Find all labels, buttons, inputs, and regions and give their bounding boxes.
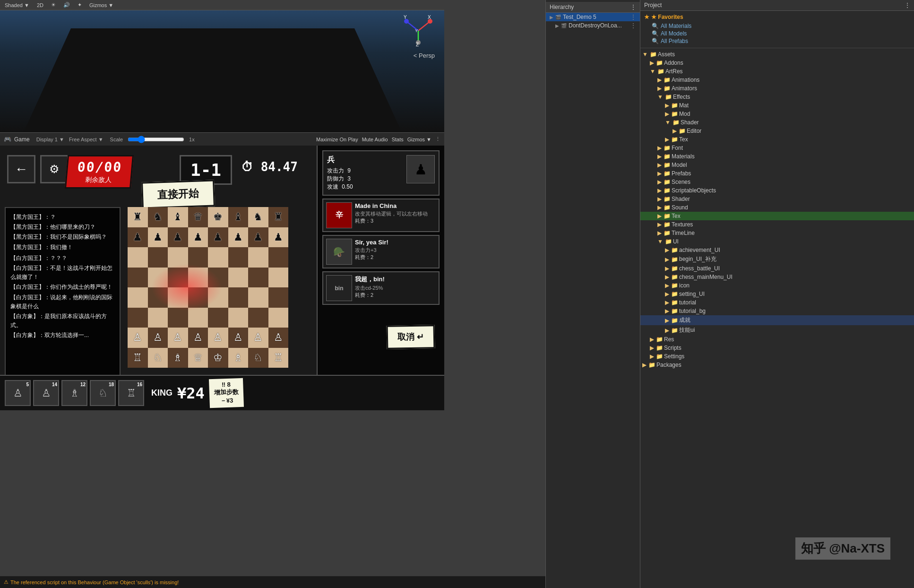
chess-cell-0-6[interactable]: ♞ — [248, 207, 268, 227]
tree-artres[interactable]: ▼ 📁 ArtRes — [640, 67, 914, 76]
hierarchy-more-testdemo[interactable]: ⋮ — [630, 14, 636, 20]
chess-cell-2-1[interactable] — [148, 247, 168, 268]
tree-sound[interactable]: ▶ 📁 Sound — [640, 203, 914, 212]
tree-scriptableobjects[interactable]: ▶ 📁 ScriptableObjects — [640, 186, 914, 195]
chess-cell-5-7[interactable] — [268, 308, 289, 328]
tree-scenes[interactable]: ▶ 📁 Scenes — [640, 178, 914, 186]
tree-animations[interactable]: ▶ 📁 Animations — [640, 76, 914, 84]
chess-cell-6-2[interactable]: ♙ — [168, 328, 188, 348]
chess-cell-2-5[interactable] — [228, 247, 249, 268]
scale-slider[interactable] — [128, 136, 184, 143]
chess-cell-3-1[interactable] — [148, 268, 168, 288]
chess-cell-0-7[interactable]: ♜ — [268, 207, 289, 227]
chess-cell-2-4[interactable] — [208, 247, 228, 268]
display-dropdown[interactable]: Display 1 ▼ — [36, 137, 64, 142]
fav-all-materials[interactable]: 🔍 All Materials — [644, 22, 910, 30]
tree-model[interactable]: ▶ 📁 Model — [640, 161, 914, 169]
chess-cell-3-6[interactable] — [248, 268, 268, 288]
game-tab-label[interactable]: Game — [14, 136, 30, 143]
chess-cell-2-3[interactable] — [188, 247, 208, 268]
chess-cell-2-0[interactable] — [128, 247, 148, 268]
2d-toggle[interactable]: 2D — [35, 2, 45, 8]
chess-cell-4-7[interactable] — [268, 287, 289, 308]
chess-cell-2-7[interactable] — [268, 247, 289, 268]
tree-icon[interactable]: ▶ 📁 icon — [640, 281, 914, 290]
start-button[interactable]: 直接开始 — [141, 180, 215, 208]
mute-audio[interactable]: Mute Audio — [362, 137, 388, 142]
chess-cell-7-5[interactable]: ♗ — [228, 348, 249, 368]
bottom-piece-4[interactable]: ♘ 18 — [90, 380, 116, 406]
tree-effects-mod[interactable]: ▶ 📁 Mod — [640, 110, 914, 118]
chess-cell-6-4[interactable]: ♙ — [208, 328, 228, 348]
tree-chess-battle-ui[interactable]: ▶ 📁 chess_battle_UI — [640, 264, 914, 273]
chess-cell-3-4[interactable] — [208, 268, 228, 288]
stats-btn[interactable]: Stats — [392, 137, 404, 142]
tree-effects-tex[interactable]: ▶ 📁 Tex — [640, 135, 914, 144]
chess-cell-4-2[interactable] — [168, 287, 188, 308]
tree-achievement-ui[interactable]: ▶ 📁 achievement_UI — [640, 246, 914, 254]
chess-cell-1-4[interactable]: ♟ — [208, 227, 228, 248]
chess-cell-7-4[interactable]: ♔ — [208, 348, 228, 368]
fx-toggle[interactable]: ✦ — [76, 2, 84, 8]
lighting-toggle[interactable]: ☀ — [49, 2, 58, 8]
tree-font[interactable]: ▶ 📁 Font — [640, 144, 914, 152]
chess-cell-7-3[interactable]: ♕ — [188, 348, 208, 368]
chess-cell-6-5[interactable]: ♙ — [228, 328, 249, 348]
chess-cell-6-7[interactable]: ♙ — [268, 328, 289, 348]
chess-cell-4-6[interactable] — [248, 287, 268, 308]
chess-cell-7-0[interactable]: ♖ — [128, 348, 148, 368]
chess-cell-4-3[interactable] — [188, 287, 208, 308]
skill-card-3[interactable]: bin 我超，bin! 攻击cd-25% 耗费：2 — [322, 271, 440, 305]
chess-cell-1-6[interactable]: ♟ — [248, 227, 268, 248]
chess-cell-3-5[interactable] — [228, 268, 249, 288]
chess-cell-7-1[interactable]: ♘ — [148, 348, 168, 368]
chess-cell-5-2[interactable] — [168, 308, 188, 328]
chess-cell-2-6[interactable] — [248, 247, 268, 268]
bottom-piece-3[interactable]: ♗ 12 — [61, 380, 87, 406]
chess-cell-3-3[interactable] — [188, 268, 208, 288]
back-button[interactable]: ← — [7, 155, 35, 183]
chess-cell-1-3[interactable]: ♟ — [188, 227, 208, 248]
game-more-btn[interactable]: ⋮ — [435, 136, 440, 142]
tree-setting-ui[interactable]: ▶ 📁 setting_UI — [640, 290, 914, 298]
chess-cell-5-1[interactable] — [148, 308, 168, 328]
chess-cell-1-2[interactable]: ♟ — [168, 227, 188, 248]
tree-tutorial-bg[interactable]: ▶ 📁 tutorial_bg — [640, 307, 914, 315]
project-more[interactable]: ⋮ — [905, 2, 910, 9]
audio-toggle[interactable]: 🔊 — [61, 2, 72, 8]
tree-tex[interactable]: ▶ 📁 Tex — [640, 212, 914, 220]
chess-cell-7-7[interactable]: ♖ — [268, 348, 289, 368]
hierarchy-item-dontdestroy[interactable]: ▶ 🎬 DontDestroyOnLoa... ⋮ — [546, 21, 640, 30]
tree-chess-main-ui[interactable]: ▶ 📁 chess_mainMenu_UI — [640, 273, 914, 281]
tree-packages[interactable]: ▶ 📁 Packages — [640, 361, 914, 369]
chess-cell-3-0[interactable] — [128, 268, 148, 288]
chess-cell-3-2[interactable] — [168, 268, 188, 288]
tree-addons[interactable]: ▶ 📁 Addons — [640, 59, 914, 67]
chess-cell-0-1[interactable]: ♞ — [148, 207, 168, 227]
chess-cell-1-7[interactable]: ♟ — [268, 227, 289, 248]
tree-timeline[interactable]: ▶ 📁 TimeLine — [640, 229, 914, 237]
skill-card-2[interactable]: 🪖 Sir, yea Sir! 攻击力+3 耗费：2 — [322, 235, 440, 268]
chess-cell-4-0[interactable] — [128, 287, 148, 308]
tree-settings[interactable]: ▶ 📁 Settings — [640, 352, 914, 361]
hierarchy-item-testdemo[interactable]: ▶ 🎬 Test_Demo 5 ⋮ — [546, 13, 640, 21]
tree-artres-shader[interactable]: ▶ 📁 Shader — [640, 195, 914, 203]
tree-effects-shader-editor[interactable]: ▶ 📁 Editor — [640, 127, 914, 135]
chess-cell-6-6[interactable]: ♙ — [248, 328, 268, 348]
bottom-piece-2[interactable]: ♙ 14 — [33, 380, 59, 406]
tree-res[interactable]: ▶ 📁 Res — [640, 335, 914, 344]
tree-prefabs[interactable]: ▶ 📁 Prefabs — [640, 169, 914, 178]
bottom-piece-5[interactable]: ♖ 16 — [118, 380, 144, 406]
chess-cell-4-1[interactable] — [148, 287, 168, 308]
chess-cell-6-0[interactable]: ♙ — [128, 328, 148, 348]
tree-tutorial[interactable]: ▶ 📁 tutorial — [640, 298, 914, 307]
tree-effects-mat[interactable]: ▶ 📁 Mat — [640, 101, 914, 110]
tree-scripts[interactable]: ▶ 📁 Scripts — [640, 344, 914, 352]
tree-materials[interactable]: ▶ 📁 Materials — [640, 152, 914, 161]
shaded-dropdown[interactable]: Shaded ▼ — [3, 2, 31, 8]
chess-board[interactable]: ♜♞♝♛♚♝♞♜♟♟♟♟♟♟♟♟♙♙♙♙♙♙♙♙♖♘♗♕♔♗♘♖ — [128, 207, 288, 368]
chess-cell-2-2[interactable] — [168, 247, 188, 268]
chess-cell-5-5[interactable] — [228, 308, 249, 328]
gizmos-game-btn[interactable]: Gizmos ▼ — [407, 137, 431, 142]
tree-textures[interactable]: ▶ 📁 Textures — [640, 220, 914, 229]
